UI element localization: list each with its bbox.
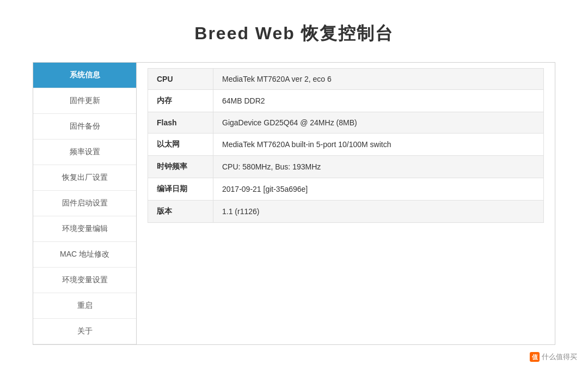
info-value-3: MediaTek MT7620A built-in 5-port 10/100M…: [213, 134, 544, 156]
sidebar-item-9[interactable]: 重启: [33, 293, 136, 319]
sidebar: 系统信息固件更新固件备份频率设置恢复出厂设置固件启动设置环境变量编辑MAC 地址…: [33, 63, 137, 344]
info-label-2: Flash: [148, 112, 213, 134]
info-value-6: 1.1 (r1126): [213, 201, 544, 223]
info-value-1: 64MB DDR2: [213, 90, 544, 112]
main-layout: 系统信息固件更新固件备份频率设置恢复出厂设置固件启动设置环境变量编辑MAC 地址…: [33, 62, 555, 345]
sidebar-item-1[interactable]: 固件更新: [33, 88, 136, 114]
sidebar-item-10[interactable]: 关于: [33, 319, 136, 344]
watermark-text: 什么值得买: [542, 352, 577, 362]
info-value-4: CPU: 580MHz, Bus: 193MHz: [213, 156, 544, 178]
system-info-table: CPUMediaTek MT7620A ver 2, eco 6内存64MB D…: [148, 68, 544, 223]
content-area: CPUMediaTek MT7620A ver 2, eco 6内存64MB D…: [137, 63, 555, 344]
table-row: 时钟频率CPU: 580MHz, Bus: 193MHz: [148, 156, 544, 178]
sidebar-item-7[interactable]: MAC 地址修改: [33, 242, 136, 268]
table-row: 内存64MB DDR2: [148, 90, 544, 112]
info-label-1: 内存: [148, 90, 213, 112]
sidebar-item-4[interactable]: 恢复出厂设置: [33, 165, 136, 191]
info-label-5: 编译日期: [148, 178, 213, 201]
info-label-3: 以太网: [148, 134, 213, 156]
info-value-2: GigaDevice GD25Q64 @ 24MHz (8MB): [213, 112, 544, 134]
sidebar-item-2[interactable]: 固件备份: [33, 114, 136, 139]
info-value-5: 2017-09-21 [git-35a696e]: [213, 178, 544, 201]
watermark: 值 什么值得买: [530, 352, 577, 362]
table-row: 编译日期2017-09-21 [git-35a696e]: [148, 178, 544, 201]
page-title: Breed Web 恢复控制台: [194, 22, 393, 46]
info-label-6: 版本: [148, 201, 213, 223]
sidebar-item-8[interactable]: 环境变量设置: [33, 268, 136, 293]
table-row: 以太网MediaTek MT7620A built-in 5-port 10/1…: [148, 134, 544, 156]
sidebar-item-6[interactable]: 环境变量编辑: [33, 216, 136, 242]
sidebar-item-0[interactable]: 系统信息: [33, 63, 136, 88]
table-row: CPUMediaTek MT7620A ver 2, eco 6: [148, 69, 544, 90]
sidebar-item-3[interactable]: 频率设置: [33, 139, 136, 165]
table-row: 版本1.1 (r1126): [148, 201, 544, 223]
watermark-icon: 值: [530, 352, 540, 362]
info-label-4: 时钟频率: [148, 156, 213, 178]
info-value-0: MediaTek MT7620A ver 2, eco 6: [213, 69, 544, 90]
info-label-0: CPU: [148, 69, 213, 90]
sidebar-item-5[interactable]: 固件启动设置: [33, 191, 136, 216]
table-row: FlashGigaDevice GD25Q64 @ 24MHz (8MB): [148, 112, 544, 134]
